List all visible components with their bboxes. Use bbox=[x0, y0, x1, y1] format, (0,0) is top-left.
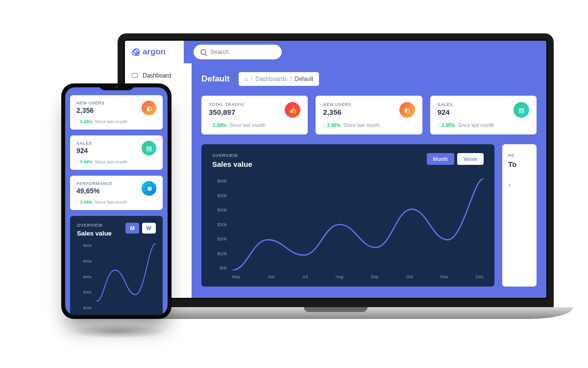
breadcrumb-mid[interactable]: Dashboards bbox=[255, 76, 287, 82]
brand-icon bbox=[132, 48, 140, 56]
card-footer: ↑ 3.48% Since last month bbox=[323, 123, 415, 128]
chart-plot bbox=[97, 243, 156, 310]
card-footer: ↑ 3.48% Since last month bbox=[76, 200, 156, 205]
sidebar-item-label: Dashboard bbox=[143, 72, 172, 79]
app-viewport: argon Search Dashboard Icons Default ⌂ /… bbox=[125, 41, 546, 298]
main-content: Default ⌂ / Dashboards / Default TOTAL T… bbox=[192, 63, 546, 298]
chart-row: OVERVIEW Sales value Month Week $60k$50k… bbox=[201, 144, 537, 287]
phone-frame: NEW USERS 2,356 ↑ 3.48% Since last month… bbox=[61, 83, 172, 319]
phone-camera bbox=[115, 85, 118, 88]
app-body: Dashboard Icons Default ⌂ / Dashboards /… bbox=[125, 63, 546, 298]
chart-overview-label: PE bbox=[508, 153, 531, 158]
card-value: 924 bbox=[76, 147, 92, 155]
home-icon[interactable]: ⌂ bbox=[245, 76, 248, 82]
card-label: PERFORMANCE bbox=[76, 181, 113, 186]
laptop-screen: argon Search Dashboard Icons Default ⌂ /… bbox=[118, 33, 554, 308]
pie-chart-icon bbox=[399, 102, 415, 118]
chart-overview-label: OVERVIEW bbox=[77, 223, 112, 228]
card-value: 2,356 bbox=[323, 108, 351, 116]
page-header: Default ⌂ / Dashboards / Default bbox=[201, 72, 537, 86]
laptop-frame: argon Search Dashboard Icons Default ⌂ /… bbox=[118, 33, 554, 319]
card-sales: SALES 924 ↑ 3.48% Since last month bbox=[430, 96, 537, 134]
search-icon bbox=[200, 49, 206, 55]
card-new-users: NEW USERS 2,356 ↑ 3.48% Since last month bbox=[70, 95, 163, 130]
y-axis: $60k$50k$40k$30k$20k bbox=[77, 243, 92, 310]
card-label: SALES bbox=[438, 102, 453, 107]
page-title: Default bbox=[201, 74, 230, 84]
card-label: NEW USERS bbox=[323, 102, 351, 107]
chart-toggle: M W bbox=[125, 223, 156, 234]
card-footer: ↑ 3.48% Since last month bbox=[438, 123, 529, 128]
search-placeholder: Search bbox=[210, 49, 229, 55]
phone-shadow bbox=[69, 324, 167, 339]
app-header: argon Search bbox=[125, 41, 546, 63]
card-sales: SALES 924 ↑ 3.48% Since last month bbox=[70, 135, 163, 170]
card-new-users: NEW USERS 2,356 ↑ 3.48% Since last month bbox=[316, 96, 422, 134]
card-label: SALES bbox=[76, 141, 92, 146]
chart-overview-label: OVERVIEW bbox=[212, 153, 252, 158]
sales-chart: OVERVIEW Sales value Month Week $60k$50k… bbox=[201, 144, 494, 287]
money-icon bbox=[142, 141, 156, 156]
chart-title: To bbox=[508, 160, 531, 168]
month-button[interactable]: Month bbox=[427, 153, 455, 165]
money-icon bbox=[514, 102, 529, 118]
phone-screen: NEW USERS 2,356 ↑ 3.48% Since last month… bbox=[65, 87, 168, 315]
x-axis: MayJunJulAugSepOctNovDec bbox=[232, 274, 484, 279]
chart-plot bbox=[232, 179, 484, 270]
search-input[interactable]: Search bbox=[194, 45, 282, 59]
month-button[interactable]: M bbox=[125, 223, 139, 234]
chart-body: $60k$50k$40k$30k$20k$10k$0k MayJunJulAug… bbox=[212, 179, 484, 279]
breadcrumb: ⌂ / Dashboards / Default bbox=[239, 72, 319, 86]
card-footer: ↑ 3.48% Since last month bbox=[209, 123, 300, 128]
card-label: TOTAL TRAFFIC bbox=[209, 102, 245, 107]
card-footer: ↑ 3.48% Since last month bbox=[76, 119, 156, 124]
week-button[interactable]: W bbox=[142, 223, 156, 234]
phone-content: NEW USERS 2,356 ↑ 3.48% Since last month… bbox=[65, 87, 168, 315]
sales-chart: OVERVIEW Sales value M W $60k$50k$40k$30… bbox=[70, 216, 163, 315]
card-value: 2,356 bbox=[76, 106, 104, 114]
card-footer: ↑ 3.48% Since last month bbox=[76, 159, 156, 164]
card-value: 924 bbox=[438, 108, 453, 116]
card-performance: PERFORMANCE 49,65% ↑ 3.48% Since last mo… bbox=[70, 176, 163, 210]
tv-icon bbox=[132, 73, 138, 78]
card-value: 350,897 bbox=[209, 108, 245, 116]
secondary-chart: PE To 3 bbox=[502, 144, 537, 287]
week-button[interactable]: Week bbox=[457, 153, 484, 165]
stat-cards: TOTAL TRAFFIC 350,897 👍 ↑ 3.48% Since la… bbox=[201, 96, 537, 134]
chart-title: Sales value bbox=[212, 160, 252, 168]
thumb-up-icon: 👍 bbox=[285, 102, 300, 118]
chart-title: Sales value bbox=[77, 230, 112, 237]
y-axis: $60k$50k$40k$30k$20k$10k$0k bbox=[212, 179, 227, 270]
card-label: NEW USERS bbox=[76, 101, 104, 105]
bar-chart-icon bbox=[142, 181, 156, 196]
brand-text: argon bbox=[143, 47, 166, 57]
breadcrumb-current: Default bbox=[294, 76, 313, 82]
card-total-traffic: TOTAL TRAFFIC 350,897 👍 ↑ 3.48% Since la… bbox=[201, 96, 308, 134]
sidebar-item-dashboard[interactable]: Dashboard bbox=[125, 68, 192, 83]
chart-toggle: Month Week bbox=[427, 153, 484, 165]
chart-body: $60k$50k$40k$30k$20k bbox=[77, 243, 156, 315]
card-value: 49,65% bbox=[76, 187, 113, 195]
brand-logo[interactable]: argon bbox=[125, 41, 184, 63]
pie-chart-icon bbox=[142, 101, 156, 115]
